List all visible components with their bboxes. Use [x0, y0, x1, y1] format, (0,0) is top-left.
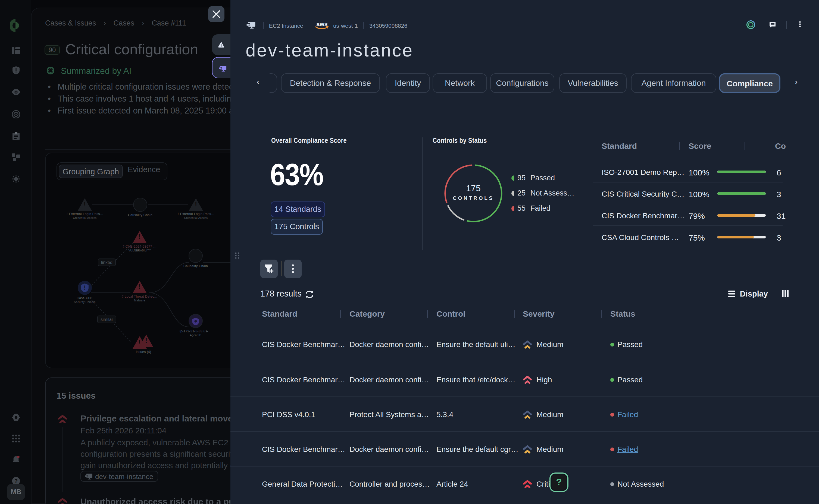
svg-text:aws: aws	[316, 21, 328, 27]
svg-text:?: ?	[14, 478, 18, 484]
